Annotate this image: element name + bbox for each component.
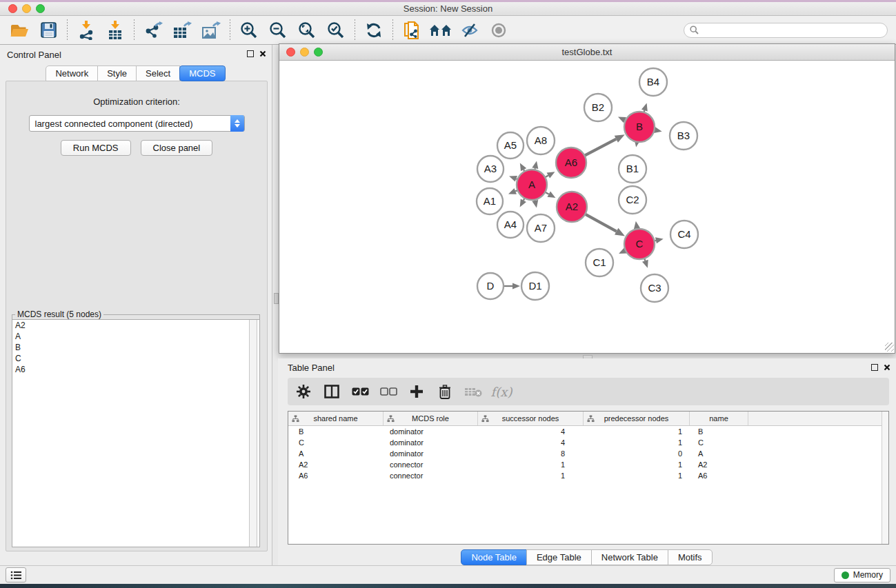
cell[interactable]: 1 bbox=[584, 437, 690, 448]
cell[interactable]: 1 bbox=[478, 470, 584, 481]
cell[interactable]: 4 bbox=[478, 426, 584, 437]
graph-node-A4[interactable]: A4 bbox=[497, 212, 524, 238]
network-canvas[interactable]: B4B2BB3A5A8A6A3AB1A1A2C2A4A7C4CC1DD1C3 bbox=[279, 61, 895, 352]
float-table-panel-icon[interactable] bbox=[871, 364, 878, 371]
graph-node-D[interactable]: D bbox=[477, 273, 504, 299]
tab-motifs[interactable]: Motifs bbox=[668, 549, 713, 565]
delete-columns-button[interactable] bbox=[436, 383, 454, 401]
cell[interactable]: 1 bbox=[584, 459, 690, 470]
result-item[interactable]: C bbox=[12, 353, 259, 364]
network-window-titlebar[interactable]: testGlobe.txt bbox=[279, 44, 895, 61]
table-row[interactable]: Adominator80A bbox=[288, 448, 888, 459]
column-header-name[interactable]: name bbox=[690, 412, 748, 425]
cell[interactable]: 4 bbox=[478, 437, 584, 448]
table-settings-button[interactable] bbox=[295, 383, 312, 401]
graph-node-D1[interactable]: D1 bbox=[521, 272, 549, 300]
graph-edge-A6-B[interactable] bbox=[584, 134, 625, 156]
result-item[interactable]: A6 bbox=[12, 364, 259, 375]
clone-network-button[interactable] bbox=[398, 19, 426, 42]
cell[interactable]: connector bbox=[384, 470, 478, 481]
table-row[interactable]: Cdominator41C bbox=[288, 437, 888, 448]
graph-edge-A2-C[interactable] bbox=[584, 214, 625, 236]
graph-node-B[interactable]: B bbox=[624, 112, 655, 142]
run-mcds-button[interactable]: Run MCDS bbox=[61, 140, 131, 156]
cell[interactable]: C bbox=[288, 437, 384, 448]
zoom-in-button[interactable] bbox=[235, 19, 263, 42]
graph-node-C2[interactable]: C2 bbox=[619, 186, 646, 214]
task-history-button[interactable] bbox=[6, 567, 26, 582]
cell[interactable]: C bbox=[690, 437, 748, 448]
search-field[interactable] bbox=[684, 23, 888, 38]
table-scrollbar[interactable] bbox=[882, 412, 888, 544]
tab-edge-table[interactable]: Edge Table bbox=[526, 549, 592, 565]
column-header-successor-nodes[interactable]: successor nodes bbox=[478, 412, 584, 425]
hide-details-button[interactable] bbox=[456, 19, 484, 42]
close-panel-icon[interactable] bbox=[259, 50, 266, 57]
result-item[interactable]: B bbox=[12, 342, 259, 353]
graph-node-C1[interactable]: C1 bbox=[586, 249, 613, 276]
cell[interactable]: B bbox=[690, 426, 748, 437]
cell[interactable]: dominator bbox=[384, 448, 478, 459]
tab-network[interactable]: Network bbox=[46, 65, 98, 81]
cell[interactable]: 1 bbox=[584, 470, 690, 481]
refresh-layout-button[interactable] bbox=[360, 19, 388, 42]
unselect-all-columns-button[interactable] bbox=[379, 383, 397, 401]
cell[interactable]: B bbox=[288, 426, 384, 437]
column-header-shared-name[interactable]: shared name bbox=[288, 412, 384, 425]
save-session-button[interactable] bbox=[34, 19, 62, 42]
optimization-select[interactable]: largest connected component (directed) bbox=[29, 115, 245, 132]
first-neighbors-button[interactable] bbox=[427, 19, 455, 42]
close-table-panel-icon[interactable] bbox=[884, 364, 890, 371]
tab-network-table[interactable]: Network Table bbox=[591, 549, 668, 565]
zoom-selected-button[interactable] bbox=[322, 19, 350, 42]
import-network-button[interactable] bbox=[72, 19, 100, 42]
graph-node-A[interactable]: A bbox=[517, 170, 547, 200]
cell[interactable]: dominator bbox=[384, 426, 478, 437]
toggle-column-panel-button[interactable] bbox=[323, 383, 341, 401]
cell[interactable]: A6 bbox=[690, 470, 748, 481]
cell[interactable]: A bbox=[288, 448, 384, 459]
tab-style[interactable]: Style bbox=[97, 65, 137, 81]
graph-node-A3[interactable]: A3 bbox=[477, 156, 504, 182]
graph-node-B4[interactable]: B4 bbox=[639, 68, 667, 96]
cell[interactable]: 1 bbox=[478, 459, 584, 470]
tab-select[interactable]: Select bbox=[136, 65, 180, 81]
result-item[interactable]: A bbox=[12, 331, 259, 342]
table-row[interactable]: Bdominator41B bbox=[288, 426, 888, 437]
window-resize-grip[interactable] bbox=[885, 343, 894, 352]
export-image-button[interactable] bbox=[197, 19, 225, 42]
create-column-button[interactable] bbox=[408, 383, 426, 401]
column-header-predecessor-nodes[interactable]: predecessor nodes bbox=[584, 412, 690, 425]
show-details-button[interactable] bbox=[485, 19, 512, 42]
table-row[interactable]: A2connector11A2 bbox=[288, 459, 888, 470]
export-network-button[interactable] bbox=[139, 19, 167, 42]
vertical-splitter-handle[interactable] bbox=[274, 293, 279, 304]
network-zoom-button[interactable] bbox=[314, 48, 323, 57]
cell[interactable]: 0 bbox=[584, 448, 690, 459]
memory-button[interactable]: Memory bbox=[834, 568, 890, 582]
result-item[interactable]: A2 bbox=[12, 320, 259, 331]
network-close-button[interactable] bbox=[286, 48, 295, 57]
function-builder-button[interactable]: f(x) bbox=[492, 383, 510, 401]
export-table-button[interactable] bbox=[168, 19, 196, 42]
table-row[interactable]: A6connector11A6 bbox=[288, 470, 888, 481]
select-all-columns-button[interactable] bbox=[351, 383, 369, 401]
graph-node-B1[interactable]: B1 bbox=[619, 155, 646, 183]
open-file-button[interactable] bbox=[6, 19, 33, 42]
minimize-window-button[interactable] bbox=[22, 4, 31, 13]
tab-node-table[interactable]: Node Table bbox=[461, 549, 527, 565]
cell[interactable]: A6 bbox=[288, 470, 384, 481]
zoom-out-button[interactable] bbox=[264, 19, 292, 42]
network-minimize-button[interactable] bbox=[300, 48, 309, 57]
cell[interactable]: 8 bbox=[478, 448, 584, 459]
tab-mcds[interactable]: MCDS bbox=[179, 65, 225, 81]
cell[interactable]: A bbox=[690, 448, 748, 459]
delete-table-button[interactable] bbox=[464, 383, 482, 401]
close-panel-button[interactable]: Close panel bbox=[141, 140, 213, 156]
graph-node-B3[interactable]: B3 bbox=[670, 122, 697, 150]
cell[interactable]: A2 bbox=[288, 459, 384, 470]
graph-node-A1[interactable]: A1 bbox=[477, 188, 503, 214]
column-header-MCDS-role[interactable]: MCDS role bbox=[384, 412, 478, 425]
zoom-fit-button[interactable] bbox=[293, 19, 321, 42]
cell[interactable]: 1 bbox=[584, 426, 690, 437]
